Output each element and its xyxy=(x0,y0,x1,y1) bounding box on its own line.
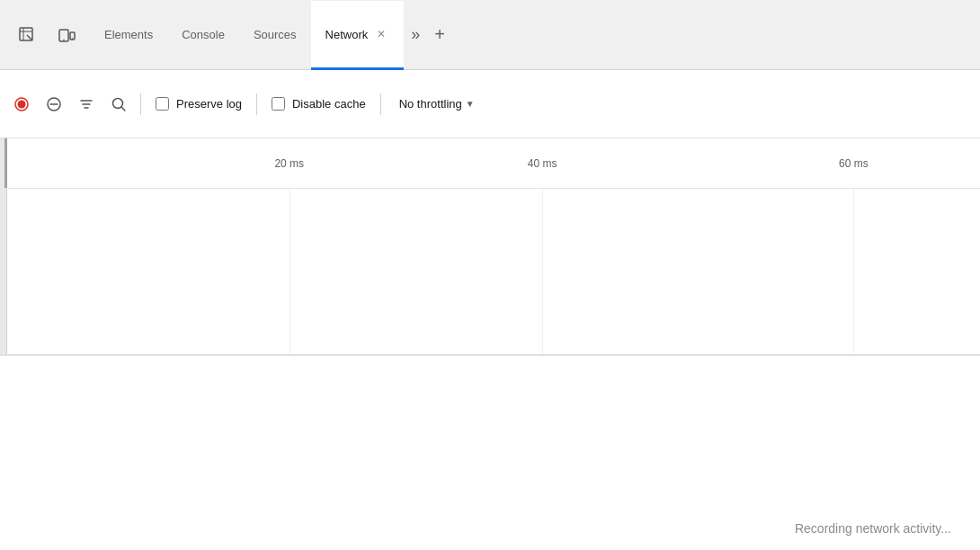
tab-sources-label: Sources xyxy=(254,28,297,41)
tab-network-close[interactable]: ✕ xyxy=(373,26,389,42)
filter-icon xyxy=(78,96,94,112)
clear-button[interactable] xyxy=(40,90,68,119)
timeline-tick-20ms: 20 ms xyxy=(274,157,304,170)
lower-area: Recording network activity... xyxy=(0,354,980,550)
more-tabs-label: » xyxy=(411,25,420,44)
gridline-1 xyxy=(290,189,290,354)
throttle-label: No throttling xyxy=(399,97,462,111)
throttle-arrow-icon: ▼ xyxy=(466,99,475,109)
preserve-log-checkbox[interactable] xyxy=(156,97,169,111)
throttle-dropdown[interactable]: No throttling ▼ xyxy=(392,93,482,114)
timeline-tick-60ms: 60 ms xyxy=(839,157,869,170)
tab-console-label: Console xyxy=(182,28,225,41)
filter-button[interactable] xyxy=(72,90,101,119)
svg-point-3 xyxy=(63,39,65,40)
toolbar-divider-3 xyxy=(380,93,381,115)
preserve-log-label[interactable]: Preserve log xyxy=(148,97,249,111)
record-button[interactable] xyxy=(7,90,36,119)
timeline-gridlines xyxy=(7,189,980,354)
search-button[interactable] xyxy=(104,90,133,119)
more-tabs-button[interactable]: » xyxy=(404,0,427,69)
disable-cache-checkbox[interactable] xyxy=(272,97,285,111)
disable-cache-label[interactable]: Disable cache xyxy=(264,97,373,111)
svg-point-4 xyxy=(72,38,74,40)
devtools-window: Elements Console Sources Network ✕ » + xyxy=(0,0,980,550)
timeline-header: 20 ms 40 ms 60 ms xyxy=(0,138,980,189)
svg-point-6 xyxy=(18,100,26,108)
timeline-body-right xyxy=(7,189,980,354)
toolbar-divider-1 xyxy=(140,93,141,115)
gridline-2 xyxy=(542,189,543,354)
add-tab-label: + xyxy=(434,24,445,45)
timeline-tick-40ms: 40 ms xyxy=(528,157,557,170)
tab-sources[interactable]: Sources xyxy=(239,1,311,70)
timeline-ruler: 20 ms 40 ms 60 ms xyxy=(7,138,980,188)
tabs-list: Elements Console Sources Network ✕ xyxy=(90,0,404,69)
clear-icon xyxy=(46,96,62,112)
tab-icon-group xyxy=(4,19,90,51)
inspect-icon xyxy=(18,26,36,44)
timeline-body-left xyxy=(0,189,7,354)
inspect-element-button[interactable] xyxy=(11,19,43,51)
tab-network-label: Network xyxy=(325,28,369,41)
tab-console[interactable]: Console xyxy=(167,1,239,70)
preserve-log-text: Preserve log xyxy=(176,97,242,111)
svg-line-13 xyxy=(121,107,125,111)
gridline-3 xyxy=(853,189,854,354)
recording-status-text: Recording network activity... xyxy=(795,521,951,536)
record-icon xyxy=(13,96,30,112)
network-toolbar: Preserve log Disable cache No throttling… xyxy=(0,70,980,138)
tab-bar: Elements Console Sources Network ✕ » + xyxy=(0,0,980,70)
disable-cache-text: Disable cache xyxy=(292,97,366,111)
timeline-body xyxy=(0,189,980,354)
toolbar-divider-2 xyxy=(256,93,257,115)
device-icon xyxy=(58,26,76,44)
device-toolbar-button[interactable] xyxy=(50,19,83,51)
search-icon xyxy=(111,96,127,112)
tab-elements[interactable]: Elements xyxy=(90,1,167,70)
tab-elements-label: Elements xyxy=(104,28,153,41)
timeline-left-panel xyxy=(0,138,7,188)
tab-network[interactable]: Network ✕ xyxy=(311,1,405,70)
add-tab-button[interactable]: + xyxy=(427,24,452,45)
network-timeline: 20 ms 40 ms 60 ms Recording network acti… xyxy=(0,138,980,550)
